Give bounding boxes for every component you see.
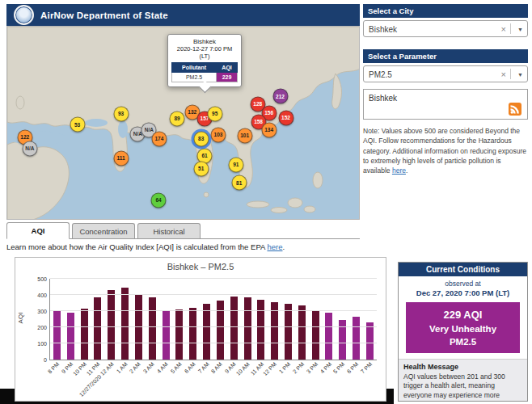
island-japan	[332, 74, 342, 109]
note-prefix: Note: Values above 500 are considered Be…	[363, 127, 526, 175]
map-marker-95[interactable]: 95	[207, 107, 222, 122]
select-divider	[510, 23, 511, 34]
chart-bar-7-am[interactable]	[203, 304, 210, 360]
map-marker-134[interactable]: 134	[261, 123, 277, 138]
bar-slot	[254, 279, 268, 360]
map-marker-93[interactable]: 93	[113, 107, 129, 122]
map-marker-174[interactable]: 174	[151, 131, 167, 146]
x-tick-slot: 2 PM	[294, 360, 308, 399]
x-tick-label: 8 PM	[47, 361, 61, 375]
x-tick-slot: 9 AM	[226, 360, 240, 399]
note-link[interactable]: here	[392, 166, 406, 175]
bar-slot	[336, 279, 349, 360]
tab-concentration[interactable]: Concentration	[72, 223, 135, 238]
island-borneo	[288, 198, 302, 208]
chart-bar-2-am[interactable]	[135, 295, 142, 360]
x-tick-slot: 7 PM	[362, 360, 376, 399]
chart-bar-1-am[interactable]	[121, 288, 129, 360]
popup-timezone: (LT)	[171, 53, 238, 60]
parameter-clear-icon[interactable]: ×	[501, 69, 506, 79]
aqi-pollutant: PM2.5	[407, 337, 518, 347]
x-tick-label: 6 PM	[346, 361, 360, 375]
x-tick-slot: 5 AM	[171, 360, 185, 399]
bar-slot	[64, 279, 78, 360]
map-marker-212[interactable]: 212	[272, 89, 288, 104]
learn-more-link[interactable]: here	[267, 242, 282, 251]
city-caret-icon[interactable]: ▼	[517, 26, 523, 32]
chart-bar-5-am[interactable]	[175, 309, 183, 360]
city-clear-icon[interactable]: ×	[501, 24, 506, 34]
current-conditions-panel: Current Conditions observed at Dec 27, 2…	[398, 262, 528, 402]
map-marker-53[interactable]: 53	[70, 117, 85, 133]
parameter-select[interactable]: PM2.5 × ▼	[363, 65, 528, 82]
popup-city: Bishkek	[171, 38, 238, 45]
chart-bar-8-pm[interactable]	[53, 311, 61, 360]
rss-feed-box: Bishkek	[363, 89, 528, 120]
observed-at-value: Dec 27, 2020 7:00 PM (LT)	[399, 288, 527, 297]
bar-slot	[132, 279, 146, 360]
x-tick-slot: 12 PM	[267, 360, 281, 399]
chart-bar-7-pm[interactable]	[366, 322, 374, 360]
map-marker-89[interactable]: 89	[170, 112, 185, 127]
select-divider	[510, 69, 511, 79]
chart-bar-10-pm[interactable]	[81, 309, 88, 360]
chart-bar-8-am[interactable]	[217, 301, 224, 360]
chart-bar-3-am[interactable]	[149, 297, 156, 360]
parameter-caret-icon[interactable]: ▼	[517, 71, 523, 77]
x-tick-slot: 5 PM	[335, 360, 348, 399]
island-philippines	[313, 172, 323, 188]
bar-slot	[227, 279, 241, 360]
popup-col-pollutant: Pollutant	[172, 63, 217, 73]
chart-bar-11-am[interactable]	[257, 300, 264, 360]
map-marker-81[interactable]: 81	[231, 175, 247, 191]
map-marker-111[interactable]: 111	[113, 150, 129, 166]
x-tick-label: 4 AM	[156, 361, 169, 374]
city-select-value: Bishkek	[369, 24, 397, 33]
bar-slot	[91, 279, 104, 360]
chart-bar-11-pm[interactable]	[94, 297, 101, 360]
rss-icon[interactable]	[509, 103, 521, 116]
chart-bar-6-pm[interactable]	[353, 317, 360, 360]
chart-bar-3-pm[interactable]	[312, 310, 319, 360]
x-tick-slot: 8 PM	[49, 360, 63, 399]
chart-bar-6-am[interactable]	[189, 308, 196, 360]
chart-bar-10-am[interactable]	[244, 297, 251, 360]
x-tick-label: 7 AM	[196, 361, 209, 374]
chart-bar-12-27-2020-12-am[interactable]	[108, 290, 115, 360]
observed-at-label: observed at	[399, 280, 527, 288]
map-marker-101[interactable]: 101	[237, 128, 252, 143]
map-marker-152[interactable]: 152	[278, 111, 293, 126]
x-tick-label: 3 AM	[142, 361, 155, 374]
continent-africa	[7, 142, 69, 220]
x-tick-label: 5 PM	[332, 361, 346, 375]
gridline	[50, 343, 377, 343]
chart-bar-4-am[interactable]	[163, 311, 170, 360]
map-marker-83[interactable]: 83	[193, 131, 209, 146]
map-marker-n-a[interactable]: N/A	[22, 141, 37, 157]
aqi-summary-box: 229 AQI Very Unhealthy PM2.5	[406, 302, 520, 353]
sea-caspian	[118, 120, 128, 138]
bar-slot	[241, 279, 255, 360]
chart-bar-9-am[interactable]	[230, 297, 238, 360]
x-tick-slot: 2 AM	[131, 360, 145, 399]
tab-historical[interactable]: Historical	[137, 223, 201, 238]
x-tick-slot: 9 PM	[63, 360, 77, 399]
chart-bar-2-pm[interactable]	[298, 305, 306, 360]
x-tick-slot: 1 AM	[117, 360, 131, 399]
chart-panel: Bishkek – PM2.5 AQI 0100200300400500 8 P…	[15, 257, 386, 402]
map-marker-103[interactable]: 103	[211, 127, 226, 142]
aqi-map[interactable]: 122N/A5393111N/AN/A174891321579583103615…	[6, 26, 360, 220]
dos-seal-logo	[14, 5, 34, 25]
bar-slot	[349, 279, 363, 360]
tab-aqi[interactable]: AQI	[6, 222, 70, 239]
x-tick-slot: 1 PM	[281, 360, 294, 399]
chart-bar-4-pm[interactable]	[325, 313, 332, 360]
bar-slot	[281, 279, 295, 360]
chart-bar-1-pm[interactable]	[285, 304, 292, 360]
health-message-text: AQI values between 201 and 300 trigger a…	[403, 372, 522, 402]
map-marker-64[interactable]: 64	[151, 193, 167, 208]
chart-bar-9-pm[interactable]	[67, 313, 74, 360]
city-select[interactable]: Bishkek × ▼	[363, 20, 528, 37]
map-marker-91[interactable]: 91	[228, 157, 243, 172]
map-marker-51[interactable]: 51	[193, 161, 209, 176]
